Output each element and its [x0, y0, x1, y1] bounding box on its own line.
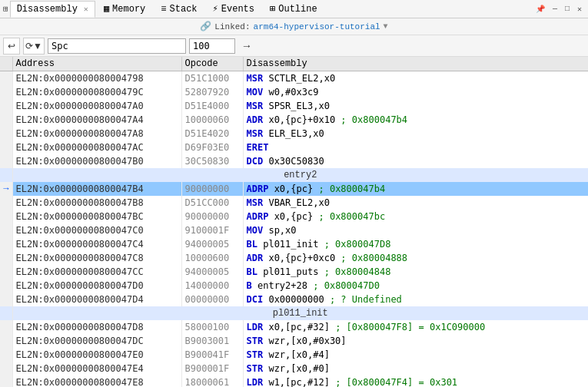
table-row[interactable]: EL2N:0x00000000800047D014000000B entry2+… — [0, 279, 588, 293]
opcode-cell: 14000000 — [181, 279, 243, 293]
col-indicator-header — [0, 57, 12, 71]
address-cell: EL2N:0x00000000800047AC — [12, 141, 181, 154]
linked-dropdown-icon[interactable]: ▼ — [384, 22, 388, 31]
opcode-cell: B9003001 — [181, 334, 243, 348]
address-cell: EL2N:0x00000000800047C0 — [12, 223, 181, 237]
tab-outline-label: Outline — [278, 4, 317, 15]
comment: ; ? Undefined — [330, 294, 402, 305]
disasm-cell: DCI 0x00000000 ; ? Undefined — [243, 293, 588, 306]
tab-memory[interactable]: ▦ Memory — [97, 1, 152, 18]
row-indicator: → — [0, 182, 12, 196]
memory-icon: ▦ — [104, 3, 109, 15]
opcode-cell: D51E4000 — [181, 99, 243, 113]
table-row[interactable]: EL2N:0x00000000800047E4B900001FSTR wzr,[… — [0, 362, 588, 375]
forward-button[interactable]: ⟳▼ — [23, 38, 45, 55]
operands: 0x00000000 — [268, 294, 324, 305]
events-icon: ⚡ — [213, 3, 218, 15]
table-row[interactable]: →EL2N:0x00000000800047B490000000ADRP x0,… — [0, 182, 588, 196]
back-button[interactable]: ↩ — [3, 38, 20, 55]
disasm-cell: ADRP x0,{pc} ; 0x800047bc — [243, 210, 588, 223]
operands: x0,{pc} — [274, 211, 314, 222]
opcode-cell: D51CC000 — [181, 196, 243, 210]
mnemonic: MSR — [247, 73, 264, 84]
opcode-cell: 94000005 — [181, 265, 243, 279]
operands: SPSR_EL3,x0 — [268, 101, 329, 111]
disasm-cell: MSR SPSR_EL3,x0 — [243, 99, 588, 113]
tab-disassembly[interactable]: Disassembly ✕ — [10, 1, 95, 18]
table-row[interactable]: EL2N:0x00000000800047C810000600ADR x0,{p… — [0, 251, 588, 265]
navigate-button[interactable]: → — [238, 38, 255, 55]
opcode-cell: 90000000 — [181, 210, 243, 223]
table-row[interactable]: EL2N:0x00000000800047A410000060ADR x0,{p… — [0, 113, 588, 127]
linked-project[interactable]: arm64-hypervisor-tutorial — [254, 22, 380, 31]
tab-stack[interactable]: ≡ Stack — [154, 1, 204, 18]
mnemonic: B — [247, 280, 252, 291]
mnemonic: ADR — [247, 114, 264, 125]
operands: pl011_init — [263, 239, 318, 250]
col-opcode-header: Opcode — [181, 57, 243, 71]
mnemonic: MOV — [247, 87, 264, 98]
operands: VBAR_EL2,x0 — [268, 197, 329, 208]
table-row[interactable]: EL2N:0x00000000800047D400000000DCI 0x000… — [0, 293, 588, 306]
maximize-button[interactable]: □ — [562, 5, 573, 13]
operands: w0,#0x3c9 — [268, 87, 318, 98]
mnemonic: ERET — [247, 142, 269, 153]
row-indicator — [0, 99, 12, 113]
table-row[interactable]: EL2N:0x00000000800047E818000061LDR w1,[p… — [0, 375, 588, 388]
table-row[interactable]: EL2N:0x00000000800047A0D51E4000MSR SPSR_… — [0, 99, 588, 113]
comment: ; [0x800047F4] = 0x301 — [335, 377, 457, 388]
mnemonic: MSR — [247, 101, 264, 111]
row-indicator — [0, 265, 12, 279]
table-row[interactable]: EL2N:0x00000000800047A8D51E4020MSR ELR_E… — [0, 127, 588, 141]
comment: ; 0x800047bc — [318, 211, 385, 222]
opcode-cell: 18000061 — [181, 375, 243, 388]
operands: sp,x0 — [268, 225, 296, 236]
operands: wzr,[x0,#0x30] — [268, 336, 346, 346]
table-row[interactable]: pl011_init — [0, 306, 588, 320]
address-cell: EL2N:0x00000000800047B8 — [12, 196, 181, 210]
address-cell: EL2N:0x00000000800047D8 — [12, 320, 181, 334]
operands: x0,{pc}+0xc0 — [268, 253, 335, 263]
address-cell: EL2N:0x00000000800047C4 — [12, 237, 181, 251]
table-row[interactable]: EL2N:0x00000000800047DCB9003001STR wzr,[… — [0, 334, 588, 348]
table-row[interactable]: EL2N:0x0000000080004798D51C1000MSR SCTLR… — [0, 71, 588, 85]
table-row[interactable]: EL2N:0x00000000800047C494000005BL pl011_… — [0, 237, 588, 251]
minimize-button[interactable]: — — [550, 5, 560, 13]
opcode-cell: 30C50830 — [181, 154, 243, 168]
table-row[interactable]: EL2N:0x00000000800047B8D51CC000MSR VBAR_… — [0, 196, 588, 210]
row-indicator — [0, 279, 12, 293]
operands: ELR_EL3,x0 — [268, 128, 324, 139]
table-row[interactable]: EL2N:0x00000000800047D858000100LDR x0,[p… — [0, 320, 588, 334]
table-row[interactable]: EL2N:0x00000000800047CC94000005BL pl011_… — [0, 265, 588, 279]
table-row[interactable]: EL2N:0x00000000800047E0B900041FSTR wzr,[… — [0, 348, 588, 362]
row-indicator — [0, 237, 12, 251]
close-button[interactable]: ✕ — [574, 5, 585, 14]
tab-events[interactable]: ⚡ Events — [206, 1, 261, 18]
table-row[interactable]: EL2N:0x00000000800047BC90000000ADRP x0,{… — [0, 210, 588, 223]
row-indicator — [0, 251, 12, 265]
table-row[interactable]: entry2 — [0, 168, 588, 182]
address-input[interactable] — [48, 38, 186, 54]
disasm-cell: BL pl011_puts ; 0x80004848 — [243, 265, 588, 279]
table-row[interactable]: EL2N:0x00000000800047C09100001FMOV sp,x0 — [0, 223, 588, 237]
operands: entry2+28 — [257, 280, 307, 291]
opcode-cell: 58000100 — [181, 320, 243, 334]
disassembly-container[interactable]: Address Opcode Disassembly EL2N:0x000000… — [0, 57, 588, 387]
operands: wzr,[x0,#0] — [268, 363, 329, 374]
section-indicator — [0, 306, 12, 320]
table-row[interactable]: EL2N:0x00000000800047ACD69F03E0ERET — [0, 141, 588, 154]
tab-disassembly-close[interactable]: ✕ — [84, 5, 88, 14]
table-row[interactable]: EL2N:0x00000000800047B030C50830DCD 0x30C… — [0, 154, 588, 168]
disasm-cell: MSR SCTLR_EL2,x0 — [243, 71, 588, 85]
pin-button[interactable]: 📌 — [533, 5, 548, 14]
operands: SCTLR_EL2,x0 — [268, 73, 335, 84]
tab-events-label: Events — [221, 4, 254, 15]
count-input[interactable] — [189, 38, 235, 54]
table-row[interactable]: EL2N:0x000000008000479C52807920MOV w0,#0… — [0, 85, 588, 99]
tab-outline[interactable]: ⊞ Outline — [263, 1, 324, 18]
tab-bar: ⊞ Disassembly ✕ ▦ Memory ≡ Stack ⚡ Event… — [0, 0, 588, 18]
address-cell: EL2N:0x00000000800047CC — [12, 265, 181, 279]
row-indicator — [0, 293, 12, 306]
opcode-cell: 00000000 — [181, 293, 243, 306]
row-indicator — [0, 210, 12, 223]
